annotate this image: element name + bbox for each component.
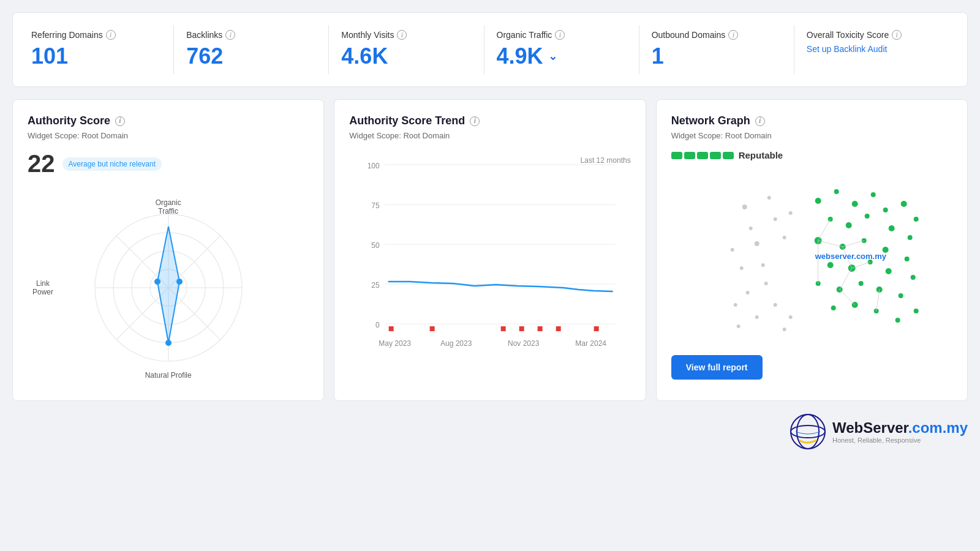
backlinks-info-icon[interactable]: i	[225, 30, 235, 40]
svg-point-41	[739, 266, 743, 270]
svg-point-81	[895, 318, 900, 323]
svg-point-71	[885, 268, 891, 274]
radar-chart: OrganicTraffic Natural Profile LinkPower	[28, 190, 309, 386]
referring-domains-info-icon[interactable]: i	[106, 30, 116, 40]
svg-text:Aug 2023: Aug 2023	[440, 339, 472, 348]
svg-point-11	[165, 340, 172, 346]
svg-text:webserver.com.my: webserver.com.my	[814, 252, 886, 261]
svg-point-44	[764, 282, 767, 285]
network-canvas: webserver.com.my	[671, 170, 952, 348]
svg-point-67	[904, 257, 909, 261]
authority-score-info-icon[interactable]: i	[115, 116, 125, 126]
svg-line-89	[839, 268, 851, 290]
svg-point-55	[883, 208, 888, 212]
outbound-domains-label: Outbound Domains	[652, 30, 726, 40]
referring-domains-value: 101	[31, 43, 161, 69]
svg-point-39	[754, 241, 759, 246]
organic-traffic-label: Organic Traffic	[497, 30, 552, 40]
stat-toxicity-score: Overall Toxicity Score i Set up Backlink…	[794, 25, 949, 74]
svg-text:0: 0	[375, 321, 380, 329]
svg-point-47	[773, 303, 777, 307]
outbound-domains-info-icon[interactable]: i	[728, 30, 738, 40]
svg-point-61	[888, 225, 894, 231]
stat-backlinks: Backlinks i 762	[174, 25, 329, 74]
authority-score-scope: Widget Scope: Root Domain	[28, 131, 309, 140]
stat-outbound-domains: Outbound Domains i 1	[639, 25, 794, 74]
svg-line-85	[842, 241, 864, 247]
svg-point-40	[782, 236, 786, 239]
network-graph-info-icon[interactable]: i	[755, 116, 765, 126]
svg-line-91	[876, 290, 879, 311]
svg-line-90	[839, 290, 854, 305]
authority-trend-info-icon[interactable]: i	[470, 116, 480, 126]
svg-point-51	[815, 198, 821, 204]
footer-logo-text-block: WebServer.com.my Honest, Reliable, Respo…	[832, 419, 968, 444]
monthly-visits-info-icon[interactable]: i	[397, 30, 407, 40]
svg-point-49	[736, 324, 740, 328]
svg-rect-26	[538, 326, 543, 331]
rep-dot-5	[723, 152, 734, 159]
svg-rect-22	[389, 326, 394, 331]
widgets-row: Authority Score i Widget Scope: Root Dom…	[12, 99, 968, 401]
authority-trend-title: Authority Score Trend	[349, 114, 465, 127]
svg-point-34	[767, 196, 771, 200]
authority-score-widget: Authority Score i Widget Scope: Root Dom…	[12, 99, 324, 401]
svg-point-56	[900, 201, 907, 207]
backlinks-value: 762	[186, 43, 316, 69]
svg-point-68	[827, 262, 833, 268]
reputable-dots	[671, 152, 734, 159]
toxicity-score-label: Overall Toxicity Score	[807, 30, 889, 40]
svg-rect-27	[556, 326, 561, 331]
svg-text:May 2023: May 2023	[379, 339, 412, 348]
svg-point-46	[755, 315, 758, 319]
svg-point-57	[913, 217, 918, 222]
svg-line-87	[851, 262, 870, 268]
svg-point-42	[761, 263, 764, 267]
svg-point-72	[910, 275, 915, 280]
footer-tagline: Honest, Reliable, Responsive	[832, 437, 968, 444]
authority-trend-scope: Widget Scope: Root Domain	[349, 131, 630, 140]
svg-point-82	[913, 309, 918, 313]
svg-line-84	[818, 241, 842, 247]
radar-svg	[77, 196, 260, 380]
svg-rect-25	[519, 326, 524, 331]
svg-text:Mar 2024: Mar 2024	[576, 339, 607, 348]
svg-point-60	[864, 214, 869, 219]
svg-text:25: 25	[372, 281, 380, 290]
network-graph-scope: Widget Scope: Root Domain	[671, 131, 952, 140]
monthly-visits-label: Monthly Visits	[341, 30, 394, 40]
reputable-label: Reputable	[739, 150, 783, 160]
footer-logo-section: WebServer.com.my Honest, Reliable, Respo…	[12, 401, 968, 450]
radar-natural-profile-label: Natural Profile	[145, 371, 192, 380]
authority-score-title: Authority Score	[28, 114, 110, 127]
organic-traffic-chevron-icon[interactable]: ⌄	[548, 50, 557, 63]
svg-text:100: 100	[368, 162, 380, 170]
svg-point-36	[748, 227, 752, 230]
network-graph-title: Network Graph	[671, 114, 750, 127]
view-full-report-button[interactable]: View full report	[671, 355, 763, 380]
trend-chart: Last 12 months 100 75 50 25 0	[349, 150, 630, 358]
svg-point-52	[834, 189, 839, 194]
organic-traffic-info-icon[interactable]: i	[555, 30, 565, 40]
svg-point-10	[154, 279, 160, 285]
footer-logo-domain: .com.my	[908, 419, 968, 436]
svg-point-38	[730, 248, 734, 252]
authority-trend-widget: Authority Score Trend i Widget Scope: Ro…	[334, 99, 646, 401]
svg-point-48	[788, 315, 792, 319]
reputable-badge: Reputable	[671, 150, 952, 160]
footer-logo-icon	[790, 413, 826, 450]
toxicity-score-info-icon[interactable]: i	[892, 30, 902, 40]
top-stats-card: Referring Domains i 101 Backlinks i 762 …	[12, 12, 968, 87]
outbound-domains-value: 1	[652, 43, 782, 69]
svg-point-94	[797, 414, 819, 449]
authority-score-value: 22	[28, 150, 55, 178]
svg-text:75: 75	[372, 201, 380, 210]
monthly-visits-value: 4.6K	[341, 43, 471, 69]
setup-backlink-audit-link[interactable]: Set up Backlink Audit	[807, 44, 888, 54]
footer-logo-brand: WebServer	[832, 419, 908, 436]
rep-dot-3	[697, 152, 708, 159]
svg-point-35	[788, 211, 792, 215]
organic-traffic-value: 4.9K ⌄	[497, 43, 627, 69]
last-period-label: Last 12 months	[581, 156, 631, 165]
referring-domains-label: Referring Domains	[31, 30, 103, 40]
